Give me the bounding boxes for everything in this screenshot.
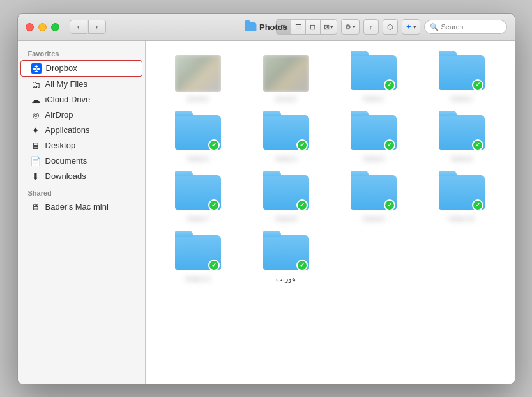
file-name: folder1 bbox=[363, 95, 384, 102]
file-name: folder3 bbox=[187, 155, 209, 162]
list-item[interactable]: photo1 bbox=[156, 51, 241, 106]
sync-check-badge: ✓ bbox=[208, 199, 220, 211]
maximize-button[interactable] bbox=[51, 23, 59, 31]
window-title: Photos bbox=[245, 22, 287, 32]
folder-container: ✓ bbox=[263, 235, 309, 272]
sidebar-item-icloud-drive[interactable]: ☁ iCloud Drive bbox=[20, 92, 142, 107]
list-item[interactable]: ✓ folder9 bbox=[331, 171, 417, 226]
sync-check-badge: ✓ bbox=[296, 199, 308, 211]
list-item[interactable]: ✓ folder11 bbox=[156, 231, 241, 287]
sync-check-badge: ✓ bbox=[296, 260, 308, 271]
list-view-button[interactable]: ☰ bbox=[291, 19, 306, 35]
share-button[interactable]: ↑ bbox=[363, 19, 379, 35]
sync-check-badge: ✓ bbox=[296, 139, 308, 151]
list-item[interactable]: photo2 bbox=[243, 51, 329, 106]
dropbox-toolbar-button[interactable]: ✦ ▾ bbox=[402, 19, 420, 35]
shared-header: Shared bbox=[18, 184, 145, 199]
list-item[interactable]: ✓ folder10 bbox=[419, 171, 505, 226]
list-item[interactable]: ✓ folder7 bbox=[156, 171, 241, 226]
toolbar-right: ⊞ ☰ ⊟ ⊠ ▾ ⚙ ▾ ↑ ⬡ ✦ ▾ 🔍 bbox=[277, 19, 507, 35]
sidebar-item-label: AirDrop bbox=[45, 110, 73, 120]
sidebar-item-label: All My Files bbox=[45, 79, 87, 89]
list-item[interactable]: ✓ folder5 bbox=[331, 111, 417, 166]
all-my-files-icon: 🗂 bbox=[31, 79, 41, 90]
file-name: folder8 bbox=[275, 215, 297, 222]
main-content: Favorites Dropbox ➜ 🗂 All My Files ☁ iCl… bbox=[18, 41, 515, 384]
folder-container: ✓ bbox=[351, 175, 397, 212]
minimize-button[interactable] bbox=[38, 23, 47, 31]
sidebar-item-desktop[interactable]: 🖥 Desktop bbox=[20, 138, 142, 153]
mac-mini-icon: 🖥 bbox=[31, 202, 41, 212]
close-button[interactable] bbox=[26, 23, 34, 31]
sidebar-item-dropbox[interactable]: Dropbox ➜ bbox=[20, 60, 142, 77]
file-name: folder5 bbox=[363, 155, 384, 162]
column-view-button[interactable]: ⊟ bbox=[305, 19, 321, 35]
folder-container: ✓ bbox=[175, 115, 221, 152]
list-item[interactable]: ✓ هورنت bbox=[243, 231, 329, 287]
sidebar-item-label: Applications bbox=[45, 125, 90, 135]
file-name-arabic: هورنت bbox=[276, 275, 296, 283]
search-box[interactable]: 🔍 bbox=[424, 20, 507, 34]
sidebar-item-label: Dropbox bbox=[46, 63, 77, 73]
list-item[interactable]: ✓ folder4 bbox=[243, 111, 329, 166]
folder-container: ✓ bbox=[263, 115, 309, 152]
list-item[interactable]: ✓ folder1 bbox=[331, 51, 417, 106]
sidebar-item-documents[interactable]: 📄 Documents bbox=[20, 153, 142, 169]
file-thumbnail bbox=[263, 55, 309, 92]
file-name: folder6 bbox=[451, 155, 473, 162]
folder-container: ✓ bbox=[439, 175, 485, 212]
airdrop-toolbar-button[interactable]: ⬡ bbox=[383, 19, 398, 35]
downloads-icon: ⬇ bbox=[31, 171, 41, 182]
nav-buttons: ‹ › bbox=[70, 20, 106, 34]
sidebar-item-label: Downloads bbox=[45, 171, 86, 181]
finder-window: ‹ › Photos ⊞ ☰ ⊟ ⊠ ▾ ⚙ ▾ bbox=[17, 13, 515, 384]
sync-check-badge: ✓ bbox=[472, 139, 483, 151]
documents-icon: 📄 bbox=[31, 156, 41, 166]
cover-view-button[interactable]: ⊠ ▾ bbox=[320, 19, 337, 35]
sync-check-badge: ✓ bbox=[384, 79, 395, 91]
file-name: photo2 bbox=[275, 95, 297, 102]
sync-check-badge: ✓ bbox=[472, 199, 483, 211]
folder-container: ✓ bbox=[439, 115, 485, 152]
file-name: folder2 bbox=[451, 95, 473, 102]
file-name: folder7 bbox=[187, 215, 209, 222]
list-item[interactable]: ✓ folder8 bbox=[243, 171, 329, 226]
file-name: folder11 bbox=[185, 275, 211, 283]
folder-icon bbox=[245, 22, 256, 31]
sidebar-item-label: Bader's Mac mini bbox=[45, 202, 109, 212]
sidebar-item-applications[interactable]: ✦ Applications bbox=[20, 123, 142, 138]
sidebar-item-baders-mac[interactable]: 🖥 Bader's Mac mini bbox=[20, 199, 142, 215]
list-item[interactable]: ✓ folder3 bbox=[156, 111, 241, 166]
search-input[interactable] bbox=[441, 23, 501, 31]
sync-check-badge: ✓ bbox=[384, 139, 395, 151]
sidebar-item-label: Desktop bbox=[45, 141, 76, 150]
file-name: folder9 bbox=[363, 215, 384, 222]
desktop-icon: 🖥 bbox=[31, 141, 41, 151]
sidebar-item-airdrop[interactable]: ◎ AirDrop bbox=[20, 107, 142, 123]
folder-container: ✓ bbox=[175, 235, 221, 272]
icloud-icon: ☁ bbox=[31, 95, 41, 105]
dropbox-icon bbox=[31, 63, 42, 74]
applications-icon: ✦ bbox=[31, 125, 41, 136]
sidebar-item-label: iCloud Drive bbox=[45, 95, 91, 104]
back-button[interactable]: ‹ bbox=[70, 20, 87, 34]
file-grid: photo1 photo2 ✓ folder1 ✓ bbox=[146, 41, 515, 384]
folder-container: ✓ bbox=[351, 115, 397, 152]
file-name: folder4 bbox=[275, 155, 297, 162]
search-icon: 🔍 bbox=[430, 23, 439, 31]
file-name: photo1 bbox=[187, 95, 209, 102]
airdrop-icon: ◎ bbox=[31, 110, 41, 120]
sidebar-item-downloads[interactable]: ⬇ Downloads bbox=[20, 169, 142, 184]
sync-check-badge: ✓ bbox=[384, 199, 395, 211]
list-item[interactable]: ✓ folder2 bbox=[419, 51, 505, 106]
folder-container: ✓ bbox=[439, 55, 485, 92]
list-item[interactable]: ✓ folder6 bbox=[419, 111, 505, 166]
file-name: folder10 bbox=[449, 215, 475, 222]
sidebar-item-label: Documents bbox=[45, 156, 87, 166]
action-button[interactable]: ⚙ ▾ bbox=[341, 19, 360, 35]
favorites-header: Favorites bbox=[18, 45, 145, 60]
sync-check-badge: ✓ bbox=[472, 79, 483, 91]
sidebar-item-all-my-files[interactable]: 🗂 All My Files bbox=[20, 77, 142, 92]
forward-button[interactable]: › bbox=[88, 20, 106, 34]
folder-container: ✓ bbox=[263, 175, 309, 212]
